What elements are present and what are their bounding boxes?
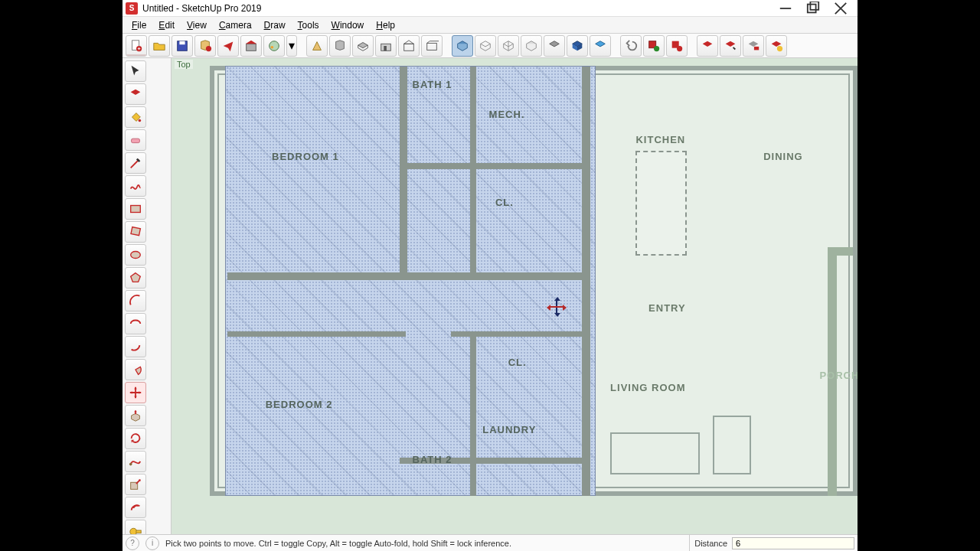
push-pull-tool[interactable]: [125, 405, 146, 426]
pie-tool[interactable]: [125, 359, 146, 380]
room-label-bedroom1: BEDROOM 1: [272, 151, 339, 162]
component-edit-button[interactable]: [720, 35, 741, 57]
menu-tools[interactable]: Tools: [292, 18, 325, 32]
style-hidden-line-button[interactable]: [306, 35, 328, 57]
component-make-button[interactable]: [697, 35, 718, 57]
menu-camera[interactable]: Camera: [213, 18, 258, 32]
rotate-tool[interactable]: [125, 428, 146, 449]
send-button[interactable]: [217, 35, 239, 57]
svg-point-22: [777, 46, 782, 51]
extension-2-button[interactable]: [666, 35, 688, 57]
extension-1-button[interactable]: [643, 35, 665, 57]
close-button[interactable]: [827, 0, 854, 17]
menu-view[interactable]: View: [181, 18, 213, 32]
floorplan: BATH 1 MECH. BEDROOM 1 CL. BEDROOM 2 CL.…: [210, 66, 858, 496]
room-label-laundry: LAUNDRY: [482, 424, 536, 435]
select-tool[interactable]: [125, 60, 146, 82]
svg-rect-7: [247, 44, 256, 51]
component-options-button[interactable]: [766, 35, 787, 57]
svg-point-9: [270, 41, 279, 51]
titlebar: S Untitled - SketchUp Pro 2019: [122, 0, 858, 17]
menu-help[interactable]: Help: [370, 18, 401, 32]
face-style-hidden-button[interactable]: [475, 35, 496, 57]
selected-group[interactable]: [225, 66, 596, 496]
svg-rect-21: [754, 46, 759, 50]
room-label-living: LIVING ROOM: [610, 382, 685, 393]
room-label-kitchen: KITCHEN: [635, 134, 685, 145]
room-label-porch: PORCH: [819, 370, 858, 381]
circle-tool[interactable]: [125, 244, 146, 266]
geolocation-button[interactable]: [263, 35, 285, 57]
follow-me-tool[interactable]: [125, 451, 146, 472]
svg-point-18: [654, 46, 659, 51]
save-button[interactable]: [172, 35, 193, 57]
two-point-arc-tool[interactable]: [125, 313, 146, 334]
face-style-wire-button[interactable]: [498, 35, 519, 57]
minimize-button[interactable]: [772, 0, 799, 17]
line-tool[interactable]: [125, 152, 146, 174]
menu-file[interactable]: File: [126, 18, 152, 32]
top-toolbar: ▾: [122, 34, 858, 58]
room-label-mech: MECH.: [489, 109, 525, 120]
face-style-color-button[interactable]: [590, 35, 611, 57]
style-monochrome-button[interactable]: [398, 35, 420, 57]
scale-tool[interactable]: [125, 474, 146, 495]
menu-draw[interactable]: Draw: [258, 18, 292, 32]
style-xray-button[interactable]: [375, 35, 397, 57]
measurement-label: Distance: [689, 535, 732, 551]
style-shaded-textures-button[interactable]: [352, 35, 374, 57]
svg-rect-1: [810, 2, 818, 10]
svg-marker-8: [246, 40, 256, 44]
open-file-button[interactable]: [149, 35, 170, 57]
measurement-input[interactable]: [732, 537, 854, 549]
svg-rect-16: [427, 43, 437, 50]
offset-tool[interactable]: [125, 497, 146, 518]
work-area: A1 Top: [122, 58, 858, 534]
help-icon[interactable]: ?: [126, 536, 139, 550]
svg-point-6: [206, 46, 211, 51]
room-label-cl2: CL.: [508, 357, 527, 368]
svg-point-20: [677, 46, 682, 51]
info-icon[interactable]: i: [145, 536, 159, 550]
window-title: Untitled - SketchUp Pro 2019: [142, 3, 261, 14]
three-point-arc-tool[interactable]: [125, 336, 146, 357]
svg-rect-13: [384, 46, 387, 51]
statusbar: ? i Pick two points to move. Ctrl = togg…: [122, 534, 858, 551]
rotated-rectangle-tool[interactable]: [125, 221, 146, 243]
maximize-button[interactable]: [799, 0, 827, 17]
3dwarehouse-button[interactable]: [240, 35, 262, 57]
model-viewport[interactable]: Top: [172, 58, 858, 534]
left-toolbox: A1: [122, 58, 172, 534]
eraser-tool[interactable]: [125, 129, 146, 151]
room-label-bath2: BATH 2: [413, 454, 452, 465]
rectangle-tool[interactable]: [125, 198, 146, 220]
svg-marker-28: [131, 273, 141, 282]
svg-point-10: [271, 46, 274, 49]
room-label-cl1: CL.: [495, 197, 514, 208]
freehand-tool[interactable]: [125, 175, 146, 197]
face-style-xray-button[interactable]: [521, 35, 542, 57]
model-info-button[interactable]: [194, 35, 216, 57]
polygon-tool[interactable]: [125, 267, 146, 289]
dropdown-caret-icon[interactable]: ▾: [286, 35, 297, 57]
status-hint: Pick two points to move. Ctrl = toggle C…: [162, 539, 689, 548]
face-style-textured-button[interactable]: [567, 35, 588, 57]
face-style-shaded-button[interactable]: [452, 35, 473, 57]
room-label-dining: DINING: [763, 151, 803, 162]
make-component-tool[interactable]: [125, 83, 146, 105]
menu-window[interactable]: Window: [325, 18, 371, 32]
menu-edit[interactable]: Edit: [152, 18, 181, 32]
room-label-bedroom2: BEDROOM 2: [266, 399, 333, 410]
style-wireframe-button[interactable]: [421, 35, 443, 57]
face-style-mono-button[interactable]: [544, 35, 565, 57]
component-browser-button[interactable]: [743, 35, 764, 57]
style-shaded-button[interactable]: [329, 35, 351, 57]
move-tool[interactable]: [125, 382, 146, 403]
new-file-button[interactable]: [126, 35, 147, 57]
svg-rect-14: [404, 44, 414, 51]
svg-point-23: [139, 119, 142, 122]
svg-point-27: [131, 252, 141, 259]
paint-bucket-tool[interactable]: [125, 106, 146, 128]
arc-tool[interactable]: [125, 290, 146, 311]
undo-button[interactable]: [620, 35, 642, 57]
